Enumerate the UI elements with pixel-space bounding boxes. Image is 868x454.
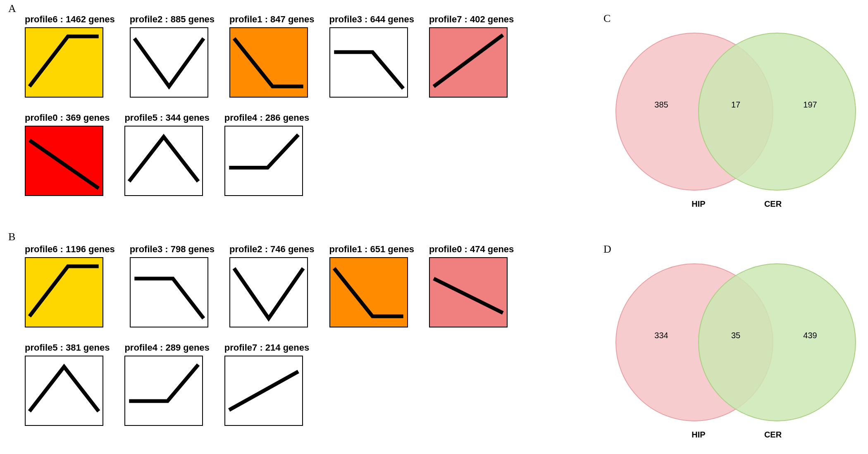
panel-label-c: C [603, 12, 610, 25]
trend-icon [430, 28, 507, 97]
profile-box [130, 257, 208, 327]
profile-box [130, 27, 208, 98]
profile-box [429, 27, 508, 98]
profile-box [25, 126, 103, 196]
profile-box [224, 126, 303, 196]
trend-icon [125, 356, 202, 425]
venn-d: 33435439HIPCER [603, 256, 868, 446]
profile-grid-b: profile6 : 1196 genesprofile3 : 798 gene… [25, 244, 514, 426]
profile-grid-a: profile6 : 1462 genesprofile2 : 885 gene… [25, 14, 514, 196]
figure-root: A B C D profile6 : 1462 genesprofile2 : … [0, 0, 868, 454]
venn-c: 38517197HIPCER [603, 25, 868, 215]
profile-title: profile2 : 885 genes [130, 14, 215, 25]
venn-diagram: 38517197HIPCER [603, 25, 868, 215]
profile-box [229, 27, 308, 98]
profile-row: profile5 : 381 genesprofile4 : 289 genes… [25, 342, 514, 426]
venn-intersection-count: 17 [731, 100, 740, 109]
trend-icon [131, 258, 207, 327]
venn-right-count: 197 [803, 100, 817, 109]
trend-icon [230, 258, 307, 327]
trend-icon [330, 28, 407, 97]
profile-title: profile1 : 847 genes [229, 14, 314, 25]
profile-title: profile4 : 286 genes [224, 112, 309, 123]
profile-cell: profile1 : 651 genes [329, 244, 414, 327]
trend-icon [125, 127, 202, 195]
trend-icon [225, 356, 302, 425]
profile-title: profile4 : 289 genes [124, 342, 209, 353]
profile-cell: profile6 : 1462 genes [25, 14, 115, 98]
venn-right-label: CER [764, 199, 782, 208]
profile-box [229, 257, 308, 327]
trend-icon [330, 258, 407, 327]
profile-box [124, 356, 203, 426]
profile-box [124, 126, 203, 196]
profile-cell: profile4 : 289 genes [124, 342, 209, 426]
venn-intersection-count: 35 [731, 331, 740, 340]
profile-box [25, 257, 103, 327]
profile-title: profile0 : 369 genes [25, 112, 110, 123]
venn-left-label: HIP [692, 199, 705, 208]
venn-right-circle [699, 264, 856, 421]
profile-cell: profile3 : 644 genes [329, 14, 414, 98]
profile-cell: profile7 : 214 genes [224, 342, 309, 426]
trend-icon [131, 28, 207, 97]
profile-title: profile3 : 644 genes [329, 14, 414, 25]
trend-icon [430, 258, 507, 327]
panel-label-d: D [603, 243, 611, 256]
profile-box [25, 27, 103, 98]
profile-cell: profile3 : 798 genes [130, 244, 215, 327]
profile-cell: profile0 : 369 genes [25, 112, 110, 196]
profile-box [329, 27, 408, 98]
profile-title: profile6 : 1196 genes [25, 244, 115, 255]
trend-icon [26, 127, 103, 195]
venn-right-count: 439 [803, 331, 817, 340]
profile-title: profile5 : 381 genes [25, 342, 110, 353]
panel-label-a: A [8, 2, 16, 15]
venn-left-count: 334 [654, 331, 668, 340]
profile-cell: profile2 : 885 genes [130, 14, 215, 98]
profile-cell: profile7 : 402 genes [429, 14, 514, 98]
venn-left-label: HIP [692, 430, 705, 439]
profile-title: profile6 : 1462 genes [25, 14, 115, 25]
profile-box [224, 356, 303, 426]
profile-title: profile5 : 344 genes [124, 112, 209, 123]
profile-title: profile1 : 651 genes [329, 244, 414, 255]
profile-box [329, 257, 408, 327]
profile-row: profile0 : 369 genesprofile5 : 344 genes… [25, 112, 514, 196]
panel-label-b: B [8, 231, 15, 243]
trend-icon [26, 28, 103, 97]
profile-cell: profile5 : 344 genes [124, 112, 209, 196]
profile-cell: profile6 : 1196 genes [25, 244, 115, 327]
profile-cell: profile4 : 286 genes [224, 112, 309, 196]
trend-icon [225, 127, 302, 195]
profile-row: profile6 : 1196 genesprofile3 : 798 gene… [25, 244, 514, 327]
profile-box [25, 356, 103, 426]
profile-title: profile7 : 214 genes [224, 342, 309, 353]
venn-right-label: CER [764, 430, 782, 439]
trend-icon [26, 258, 103, 327]
venn-right-circle [699, 33, 856, 190]
venn-left-count: 385 [654, 100, 668, 109]
venn-diagram: 33435439HIPCER [603, 256, 868, 446]
profile-cell: profile0 : 474 genes [429, 244, 514, 327]
profile-cell: profile2 : 746 genes [229, 244, 314, 327]
profile-cell: profile1 : 847 genes [229, 14, 314, 98]
profile-row: profile6 : 1462 genesprofile2 : 885 gene… [25, 14, 514, 98]
profile-title: profile2 : 746 genes [229, 244, 314, 255]
trend-icon [26, 356, 103, 425]
profile-title: profile7 : 402 genes [429, 14, 514, 25]
profile-cell: profile5 : 381 genes [25, 342, 110, 426]
profile-title: profile0 : 474 genes [429, 244, 514, 255]
profile-title: profile3 : 798 genes [130, 244, 215, 255]
profile-box [429, 257, 508, 327]
trend-icon [230, 28, 307, 97]
